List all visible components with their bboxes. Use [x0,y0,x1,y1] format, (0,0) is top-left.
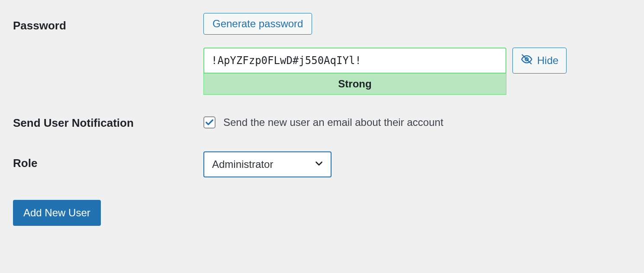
notification-checkbox-label: Send the new user an email about their a… [223,116,443,128]
role-row: Role Administrator [13,151,631,177]
add-new-user-button[interactable]: Add New User [13,200,101,226]
role-label: Role [13,157,37,170]
password-strength-indicator: Strong [203,74,506,95]
generate-password-button[interactable]: Generate password [203,13,312,35]
check-icon [205,118,214,127]
notification-row: Send User Notification Send the new user… [13,116,631,130]
role-select-value: Administrator [212,158,273,170]
hide-button-label: Hide [537,55,558,67]
notification-label: Send User Notification [13,116,134,129]
eye-slash-icon [521,53,533,68]
role-select[interactable]: Administrator [203,151,332,177]
send-notification-checkbox[interactable] [203,116,216,128]
password-row: Password Generate password Strong [13,13,631,95]
hide-password-button[interactable]: Hide [512,48,567,74]
password-block: Strong [203,48,506,95]
chevron-down-icon [313,158,325,171]
password-input[interactable] [203,48,506,74]
password-label: Password [13,19,66,32]
